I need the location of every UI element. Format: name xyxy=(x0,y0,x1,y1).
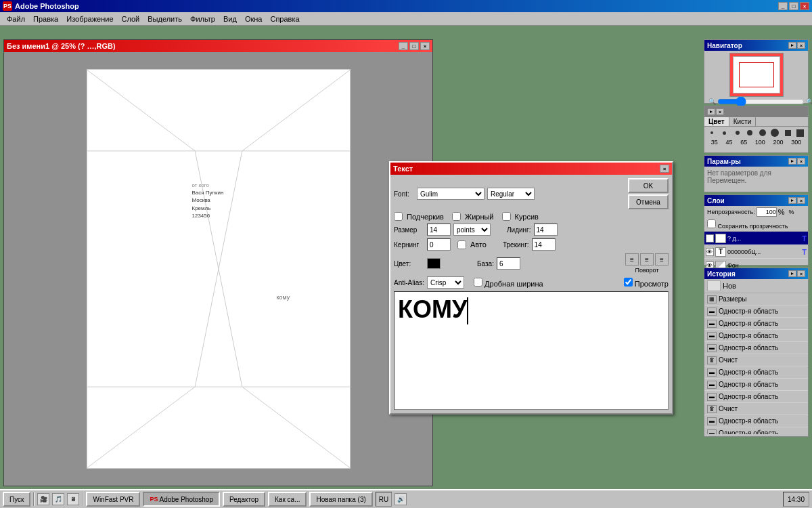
brush-2[interactable] xyxy=(723,131,726,135)
history-item-4[interactable]: ▬ Одностр-я область xyxy=(704,342,808,354)
leading-input[interactable] xyxy=(534,224,558,236)
menu-edit[interactable]: Правка xyxy=(29,14,62,24)
menu-file[interactable]: Файл xyxy=(3,14,29,24)
auto-checkbox[interactable] xyxy=(457,240,466,249)
taskbar-folder-button[interactable]: Новая папка (3) xyxy=(309,492,372,507)
font-select[interactable]: Gulim xyxy=(417,188,484,200)
doc-minimize-button[interactable]: _ xyxy=(399,42,408,50)
right-panels: Навигатор ▸ × 🔍 🔍 xyxy=(704,39,809,437)
menu-filter[interactable]: Фильтр xyxy=(186,14,219,24)
preserve-transparency-checkbox[interactable] xyxy=(707,219,716,228)
menu-select[interactable]: Выделить xyxy=(143,14,186,24)
history-item-8[interactable]: ▬ Одностр-я область xyxy=(704,391,808,403)
svg-line-1 xyxy=(242,70,349,151)
layer-row-0[interactable]: 👁 T ? д... T xyxy=(704,232,808,245)
layer-row-1[interactable]: 👁 T 000000бЦ... T xyxy=(704,245,808,259)
maximize-button[interactable]: □ xyxy=(789,2,798,10)
taskbar-editor-button[interactable]: Редактор xyxy=(223,492,265,507)
close-button[interactable]: × xyxy=(800,2,809,10)
preview-checkbox[interactable] xyxy=(624,278,633,287)
history-icon-6: ▬ xyxy=(707,368,717,377)
history-item-6[interactable]: ▬ Одностр-я область xyxy=(704,366,808,379)
menu-view[interactable]: Вид xyxy=(219,14,241,24)
layers-menu-button[interactable]: ▸ xyxy=(788,197,796,204)
cancel-button[interactable]: Отмена xyxy=(628,194,669,209)
fractional-checkbox[interactable] xyxy=(474,278,482,287)
taskbar-photoshop-button[interactable]: PS Adobe Photoshop xyxy=(143,492,220,507)
navigator-preview-inner xyxy=(733,56,780,93)
color-baseline-row: Цвет: База: ≡ ≡ ≡ Поворот xyxy=(394,253,669,274)
size-input[interactable] xyxy=(427,224,451,236)
history-item-10[interactable]: ▬ Одностр-я область xyxy=(704,415,808,427)
doc-maximize-button[interactable]: □ xyxy=(409,42,419,50)
baseline-input[interactable] xyxy=(497,257,520,270)
size-unit-select[interactable]: points xyxy=(453,224,491,236)
history-item-9[interactable]: 🗑 Очист xyxy=(704,403,808,415)
start-button[interactable]: Пуск xyxy=(3,492,30,507)
antialias-select[interactable]: Crisp xyxy=(427,276,464,289)
params-close-button[interactable]: × xyxy=(797,158,805,165)
history-item-0[interactable]: ▦ Размеры xyxy=(704,293,808,305)
menu-layer[interactable]: Слой xyxy=(118,14,144,24)
taskbar-icon-2[interactable]: 🖥 xyxy=(67,493,79,505)
taskbar-howto-button[interactable]: Как са... xyxy=(268,492,307,507)
history-item-2[interactable]: ▬ Одностр-я область xyxy=(704,318,808,330)
underline-checkbox[interactable] xyxy=(394,212,403,221)
text-dialog-close-button[interactable]: × xyxy=(660,165,669,173)
preserve-transparency-row: Сохранить прозрачность xyxy=(704,218,808,231)
svg-line-0 xyxy=(87,70,195,151)
history-menu-button[interactable]: ▸ xyxy=(788,270,796,277)
bold-checkbox[interactable] xyxy=(452,212,461,221)
ok-button[interactable]: OK xyxy=(628,178,669,193)
layer-eye-0[interactable]: 👁 xyxy=(706,234,714,242)
history-item-11[interactable]: ▬ Одностр-я область xyxy=(704,427,808,434)
brush-3[interactable] xyxy=(736,131,740,135)
menu-image[interactable]: Изображение xyxy=(62,14,117,24)
rotation-area: ≡ ≡ ≡ Поворот xyxy=(625,253,669,274)
canvas[interactable]: от кого Вася Пупкин Москва Кремль 123456… xyxy=(87,69,351,469)
brush-8[interactable] xyxy=(796,129,804,137)
taskbar-icon-0[interactable]: 🎥 xyxy=(37,493,49,505)
layer-thumb-0: T xyxy=(715,234,726,243)
color-panel-close-button[interactable]: × xyxy=(716,108,724,115)
brush-5[interactable] xyxy=(759,129,766,136)
italic-checkbox[interactable] xyxy=(502,212,511,221)
navigator-close-button[interactable]: × xyxy=(797,42,805,49)
history-close-button[interactable]: × xyxy=(797,270,805,277)
taskbar-icon-1[interactable]: 🎵 xyxy=(52,493,64,505)
taskbar-separator-0 xyxy=(33,492,35,506)
align-center-button[interactable]: ≡ xyxy=(640,253,654,266)
text-dialog-body: Font: Gulim Regular OK Отмена Подчеркив … xyxy=(390,175,672,413)
align-right-button[interactable]: ≡ xyxy=(655,253,669,266)
history-item-5[interactable]: 🗑 Очист xyxy=(704,354,808,366)
menu-help[interactable]: Справка xyxy=(266,14,303,24)
tab-color[interactable]: Цвет xyxy=(704,117,729,126)
navigator-preview-outline xyxy=(739,62,774,87)
layers-close-button[interactable]: × xyxy=(797,197,805,204)
navigator-menu-button[interactable]: ▸ xyxy=(788,42,796,49)
menu-window[interactable]: Окна xyxy=(241,14,267,24)
opacity-input[interactable] xyxy=(757,207,777,217)
history-item-7[interactable]: ▬ Одностр-я область xyxy=(704,379,808,391)
style-select[interactable]: Regular xyxy=(487,188,535,200)
history-item-3[interactable]: ▬ Одностр-я область xyxy=(704,330,808,342)
brush-1[interactable] xyxy=(710,131,713,134)
brush-7[interactable] xyxy=(785,130,791,136)
taskbar-speaker-icon[interactable]: 🔊 xyxy=(394,493,407,505)
tab-brushes[interactable]: Кисти xyxy=(729,117,757,126)
params-menu-button[interactable]: ▸ xyxy=(788,158,796,165)
align-left-button[interactable]: ≡ xyxy=(625,253,639,266)
navigator-zoom-slider[interactable] xyxy=(717,99,805,104)
doc-close-button[interactable]: × xyxy=(420,42,430,50)
tracking-input[interactable] xyxy=(532,238,556,251)
minimize-button[interactable]: _ xyxy=(778,2,788,10)
brush-4[interactable] xyxy=(747,130,752,135)
text-area[interactable]: КОМУ xyxy=(394,291,669,410)
brush-6[interactable] xyxy=(771,129,779,137)
kerning-input[interactable] xyxy=(427,238,451,251)
color-swatch[interactable] xyxy=(427,258,441,269)
color-panel-menu-button[interactable]: ▸ xyxy=(707,108,715,115)
taskbar-winfast-button[interactable]: WinFast PVR xyxy=(86,492,140,507)
history-item-1[interactable]: ▬ Одностр-я область xyxy=(704,305,808,318)
layer-eye-1[interactable]: 👁 xyxy=(706,248,714,256)
